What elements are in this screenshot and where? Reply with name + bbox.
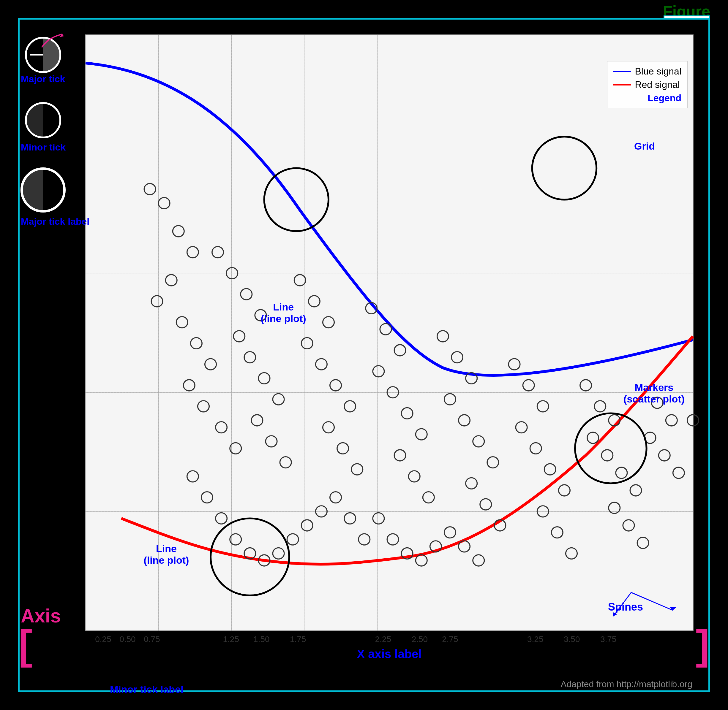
x-tick-labels: 0.25 0.50 0.75 1.25 1.50 1.75 2.25 2.50 … [85,635,694,647]
svg-point-15 [241,289,252,300]
svg-point-49 [473,436,484,447]
x-tick-0.50: 0.50 [119,635,136,644]
svg-point-35 [380,324,391,335]
svg-point-60 [559,485,570,496]
svg-point-65 [594,401,606,412]
svg-point-70 [630,485,641,496]
svg-point-84 [387,534,398,545]
svg-point-4 [165,274,177,286]
bracket-right: ] [696,624,710,666]
svg-point-14 [226,268,238,279]
minor-tick-label-circle-svg [77,641,119,670]
svg-point-94 [230,534,241,545]
legend-box: Blue signal Red signal Legend [607,61,688,109]
svg-point-56 [537,401,549,412]
svg-point-69 [616,467,627,478]
minor-tick-circle [24,101,62,141]
svg-point-22 [266,436,277,447]
svg-point-44 [437,331,449,342]
svg-point-54 [509,359,520,370]
svg-point-21 [251,415,263,426]
x-tick-1.25: 1.25 [223,635,240,644]
markers-label: Markers(scatter plot) [624,382,685,405]
svg-point-99 [301,520,313,531]
svg-point-43 [423,492,434,503]
svg-point-12 [230,443,241,454]
svg-point-86 [416,555,427,566]
svg-point-13 [212,246,224,258]
svg-point-28 [316,359,327,370]
bracket-left: [ [18,624,32,666]
legend-line-blue [613,71,631,72]
svg-point-5 [151,296,162,307]
spines-arrows [596,587,685,631]
attribution: Adapted from http://matplotlib.org [560,679,692,689]
svg-point-11 [216,422,227,433]
major-tick-label-circle [19,166,67,215]
svg-point-57 [516,422,527,433]
major-tick-label-circle-svg [19,166,67,214]
svg-point-113 [79,643,117,668]
legend-item-blue: Blue signal [613,66,681,77]
svg-point-39 [401,408,413,419]
svg-point-45 [452,352,463,363]
svg-line-105 [631,593,673,610]
minor-tick-label-circle [77,641,119,672]
svg-point-91 [187,471,199,482]
x-tick-3.75: 3.75 [600,635,616,644]
svg-point-41 [394,450,406,461]
plot-area [85,34,694,631]
svg-point-82 [359,534,370,545]
svg-point-2 [173,226,184,237]
svg-point-1 [158,198,170,209]
svg-point-0 [144,183,155,195]
major-tick-ann-label: Major tick [21,73,65,85]
x-tick-2.25: 2.25 [375,635,391,644]
svg-point-8 [205,359,216,370]
svg-point-40 [416,428,427,440]
svg-point-78 [673,467,684,478]
svg-point-61 [537,506,549,517]
svg-point-101 [264,168,328,231]
minor-tick-ann-label: Minor tick [21,142,66,153]
svg-point-59 [544,464,556,475]
svg-point-98 [287,534,298,545]
svg-point-89 [459,541,470,552]
svg-point-26 [323,317,334,328]
svg-point-36 [394,345,406,356]
svg-point-38 [387,387,398,398]
axes-box: Title Y axis label [18,18,710,692]
svg-point-23 [280,457,291,468]
svg-point-18 [244,352,256,363]
svg-point-63 [566,548,577,559]
svg-point-97 [273,548,284,559]
svg-point-55 [523,380,534,391]
svg-point-24 [294,274,306,286]
legend-title: Legend [613,92,681,104]
svg-point-30 [344,401,356,412]
line-plot-upper-label: Line(line plot) [261,301,306,324]
x-tick-1.50: 1.50 [253,635,270,644]
svg-point-50 [487,457,499,468]
minor-tick-label-ann: Minor tick label [110,684,184,695]
svg-point-73 [637,537,649,549]
svg-point-51 [466,478,477,489]
svg-point-52 [480,499,491,510]
svg-point-29 [330,380,341,391]
x-tick-2.75: 2.75 [442,635,458,644]
svg-point-25 [309,296,320,307]
svg-point-90 [473,555,484,566]
svg-point-33 [351,464,363,475]
svg-point-92 [201,492,213,503]
plot-svg [85,35,693,631]
svg-point-64 [580,380,591,391]
x-tick-0.75: 0.75 [144,635,160,644]
svg-point-6 [176,317,188,328]
major-tick-circle [24,36,62,75]
line-plot-lower-label: Line(line plot) [143,543,189,566]
svg-point-88 [444,527,456,538]
svg-point-47 [444,393,456,405]
svg-point-104 [532,136,597,200]
svg-point-19 [259,373,270,384]
svg-point-48 [459,415,470,426]
